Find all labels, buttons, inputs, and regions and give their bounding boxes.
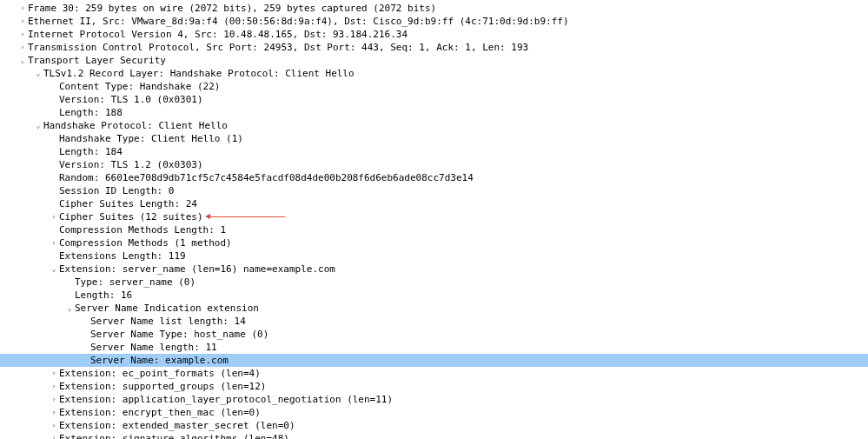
row-gutter [0,28,17,41]
tree-row[interactable]: Extensions Length: 119 [0,249,868,263]
indent [17,106,49,119]
expand-icon[interactable]: › [17,28,28,41]
tree-row[interactable]: Type: server_name (0) [0,276,868,289]
tree-row[interactable]: Session ID Length: 0 [0,184,868,197]
tree-row[interactable]: Server Name list length: 14 [0,315,868,328]
row-text: Extension: signature_algorithms (len=48) [59,432,289,439]
row-text: Cipher Suites Length: 24 [59,197,197,210]
expand-icon[interactable]: › [17,41,28,54]
indent [17,367,49,380]
tree-row[interactable]: Length: 188 [0,106,868,119]
packet-details-pane[interactable]: ›Frame 30: 259 bytes on wire (2072 bits)… [0,0,868,439]
collapse-icon[interactable]: ⌄ [49,263,59,276]
row-text: Extension: extended_master_secret (len=0… [59,419,295,432]
indent [17,380,49,393]
tree-row[interactable]: ›Transmission Control Protocol, Src Port… [0,41,868,54]
tree-row[interactable]: ›Extension: encrypt_then_mac (len=0) [0,406,868,419]
indent [17,145,49,158]
row-gutter [0,432,17,439]
tree-row[interactable]: Random: 6601ee708d9db71cf5c7c4584e5facdf… [0,171,868,184]
tree-row[interactable]: ›Internet Protocol Version 4, Src: 10.48… [0,28,868,41]
tree-row[interactable]: ⌄Transport Layer Security [0,54,868,67]
row-gutter [0,54,17,67]
tree-row[interactable]: ›Extension: ec_point_formats (len=4) [0,367,868,380]
row-text: Extensions Length: 119 [59,249,186,263]
expand-icon[interactable]: › [17,2,28,15]
indent [17,341,80,354]
indent [17,158,49,171]
tree-row[interactable]: ›Extension: application_layer_protocol_n… [0,393,868,406]
row-gutter [0,93,17,106]
row-text: TLSv1.2 Record Layer: Handshake Protocol… [43,67,354,80]
tree-row[interactable]: Server Name: example.com [0,354,868,367]
row-text: Extension: encrypt_then_mac (len=0) [59,406,261,419]
tree-row[interactable]: ⌄Handshake Protocol: Client Hello [0,119,868,132]
tree-row[interactable]: ⌄TLSv1.2 Record Layer: Handshake Protoco… [0,67,868,80]
indent [17,80,49,93]
row-gutter [0,145,17,158]
indent [17,328,80,341]
tree-row[interactable]: Version: TLS 1.0 (0x0301) [0,93,868,106]
indent [17,406,49,419]
row-gutter [0,302,17,315]
indent [17,171,49,184]
tree-row[interactable]: ⌄Extension: server_name (len=16) name=ex… [0,263,868,276]
expand-icon[interactable]: › [49,236,59,249]
row-gutter [0,15,17,28]
tree-row[interactable]: Length: 184 [0,145,868,158]
row-text: Server Name length: 11 [90,341,217,354]
tree-row[interactable]: ›Frame 30: 259 bytes on wire (2072 bits)… [0,2,868,15]
row-gutter [0,276,17,289]
expand-icon[interactable]: › [49,367,59,380]
indent [17,249,49,263]
expand-icon[interactable]: › [49,406,59,419]
tree-row[interactable]: Compression Methods Length: 1 [0,223,868,236]
indent [17,223,49,236]
row-gutter [0,236,17,249]
row-text: Length: 188 [59,106,123,119]
tree-row[interactable]: ⌄Server Name Indication extension [0,302,868,315]
tree-row[interactable]: ›Extension: extended_master_secret (len=… [0,419,868,432]
collapse-icon[interactable]: ⌄ [33,119,43,132]
expand-icon[interactable]: › [49,393,59,406]
tree-row[interactable]: Length: 16 [0,289,868,302]
row-gutter [0,132,17,145]
row-gutter [0,367,17,380]
indent [17,432,49,439]
tree-row[interactable]: ›Extension: signature_algorithms (len=48… [0,432,868,439]
tree-row[interactable]: Server Name Type: host_name (0) [0,328,868,341]
tree-row[interactable]: ›Extension: supported_groups (len=12) [0,380,868,393]
expand-icon[interactable]: › [49,210,59,223]
tree-row[interactable]: Version: TLS 1.2 (0x0303) [0,158,868,171]
tree-row[interactable]: ›Ethernet II, Src: VMware_8d:9a:f4 (00:5… [0,15,868,28]
collapse-icon[interactable]: ⌄ [17,54,28,67]
row-gutter [0,249,17,263]
row-gutter [0,315,17,328]
expand-icon[interactable]: › [49,432,59,439]
row-text: Server Name Type: host_name (0) [90,328,268,341]
indent [17,276,64,289]
row-text: Version: TLS 1.0 (0x0301) [59,93,203,106]
tree-row[interactable]: Server Name length: 11 [0,341,868,354]
tree-row[interactable]: Cipher Suites Length: 24 [0,197,868,210]
expand-icon[interactable]: › [17,15,28,28]
indent [17,184,49,197]
row-gutter [0,263,17,276]
tree-row[interactable]: Content Type: Handshake (22) [0,80,868,93]
tree-row[interactable]: ›Compression Methods (1 method) [0,236,868,249]
expand-icon[interactable]: › [49,380,59,393]
row-text: Extension: server_name (len=16) name=exa… [59,263,335,276]
collapse-icon[interactable]: ⌄ [33,67,43,80]
expand-icon[interactable]: › [49,419,59,432]
row-text: Version: TLS 1.2 (0x0303) [59,158,203,171]
collapse-icon[interactable]: ⌄ [64,302,75,315]
indent [17,210,49,223]
tree-row[interactable]: Handshake Type: Client Hello (1) [0,132,868,145]
row-gutter [0,354,17,367]
row-text: Handshake Type: Client Hello (1) [59,132,243,145]
indent [17,119,33,132]
row-gutter [0,210,17,223]
indent [17,289,64,302]
tree-row[interactable]: ›Cipher Suites (12 suites) [0,210,868,223]
row-gutter [0,328,17,341]
